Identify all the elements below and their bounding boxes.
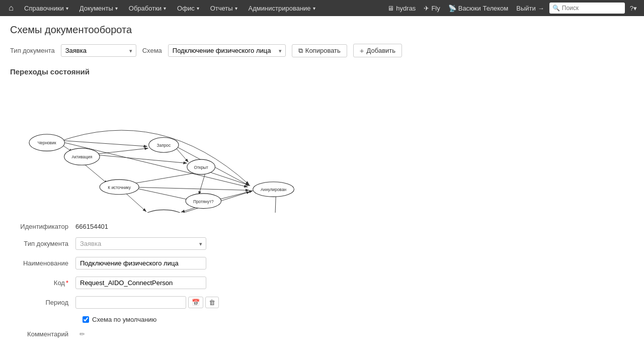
name-row: Наименование (10, 257, 634, 269)
doc-type-label: Тип документа (10, 47, 55, 54)
copy-icon: ⧉ (298, 47, 303, 55)
form-doc-type-label: Тип документа (10, 240, 75, 247)
page-title: Схемы документооборота (10, 24, 634, 36)
svg-text:Активация: Активация (71, 154, 92, 159)
chevron-down-icon: ▾ (235, 6, 237, 11)
schema-select[interactable]: Подключение физического лица (168, 44, 286, 57)
form-doc-type-select-wrapper[interactable]: Заявка ▾ (75, 237, 206, 250)
svg-line-1 (58, 140, 147, 146)
code-label: Код (10, 279, 75, 287)
nav-item-documents[interactable]: Документы ▾ (74, 0, 123, 16)
nav-item-office[interactable]: Офис ▾ (172, 0, 204, 16)
home-button[interactable]: ⌂ (4, 1, 18, 15)
page-content: Схемы документооборота Тип документа Зая… (0, 16, 644, 353)
states-title: Переходы состояний (10, 67, 634, 76)
svg-line-10 (199, 171, 206, 195)
workflow-graph: Черновик Активация Запрос Открыт К источ… (10, 82, 322, 213)
doc-type-row: Тип документа Заявка ▾ (10, 237, 634, 250)
svg-line-4 (82, 162, 108, 184)
copy-button[interactable]: ⧉ Копировать (292, 44, 347, 57)
pencil-icon[interactable]: ✏ (79, 330, 85, 338)
id-value: 666154401 (75, 223, 108, 230)
svg-line-3 (94, 148, 148, 154)
period-row: Период 📅 🗑 (10, 296, 634, 309)
svg-text:Протянут?: Протянут? (193, 199, 214, 204)
code-input[interactable] (75, 277, 206, 289)
chevron-down-icon: ▾ (115, 6, 118, 11)
form-doc-type-select[interactable]: Заявка (75, 237, 206, 250)
name-label: Наименование (10, 259, 75, 267)
search-input[interactable] (562, 5, 622, 12)
help-button[interactable]: ?▾ (627, 5, 640, 12)
server-item[interactable]: 🖥 hydras (384, 5, 419, 12)
id-row: Идентификатор 666154401 (10, 223, 634, 230)
logout-button[interactable]: Выйти → (513, 5, 547, 12)
chevron-down-icon: ▾ (164, 6, 166, 11)
calendar-button[interactable]: 📅 (188, 297, 203, 308)
default-schema-row: Схема по умолчанию (10, 316, 634, 323)
period-group: 📅 🗑 (75, 296, 219, 309)
svg-text:К источнику: К источнику (108, 185, 131, 190)
svg-line-8 (126, 171, 203, 185)
nav-item-references[interactable]: Справочники ▾ (19, 0, 73, 16)
svg-line-5 (91, 154, 187, 163)
svg-line-12 (126, 187, 249, 191)
svg-point-32 (143, 210, 185, 213)
states-section: Переходы состояний (10, 67, 634, 338)
chevron-down-icon: ▾ (66, 6, 68, 11)
comment-label: Комментарий (10, 330, 75, 338)
nav-item-admin[interactable]: Администрирование ▾ (244, 0, 320, 16)
search-icon: 🔍 (552, 5, 560, 12)
doc-type-select[interactable]: Заявка (61, 44, 136, 57)
schema-select-wrapper[interactable]: Подключение физического лица ▾ (168, 44, 286, 57)
id-label: Идентификатор (10, 223, 75, 230)
svg-line-13 (124, 192, 146, 212)
chevron-down-icon: ▾ (197, 6, 199, 11)
navbar: ⌂ Справочники ▾ Документы ▾ Обработки ▾ … (0, 0, 644, 16)
user-section: 🖥 hydras ✈ Fly 📡 Васюки Телеком Выйти → … (384, 3, 640, 14)
add-button[interactable]: + Добавить (353, 44, 402, 57)
server-icon: 🖥 (387, 5, 394, 12)
calendar-icon: 📅 (192, 299, 200, 306)
toolbar: Тип документа Заявка ▾ Схема Подключение… (10, 44, 634, 57)
search-box[interactable]: 🔍 (549, 3, 625, 14)
comment-row: Комментарий ✏ (10, 330, 634, 338)
fly-item[interactable]: ✈ Fly (421, 5, 443, 12)
svg-text:Открыт: Открыт (194, 165, 208, 170)
nav-item-reports[interactable]: Отчеты ▾ (205, 0, 243, 16)
svg-line-11 (130, 187, 191, 200)
period-label: Период (10, 299, 75, 306)
telecom-item[interactable]: 📡 Васюки Телеком (445, 5, 512, 12)
graph-area: Черновик Активация Запрос Открыт К источ… (10, 82, 322, 213)
name-input[interactable] (75, 257, 206, 269)
chevron-down-icon: ▾ (313, 6, 315, 11)
default-schema-checkbox[interactable] (83, 316, 89, 323)
svg-text:Черновик: Черновик (38, 140, 56, 145)
plus-icon: + (360, 46, 364, 55)
svg-line-9 (208, 171, 251, 186)
logout-icon: → (538, 5, 544, 12)
svg-line-19 (275, 197, 276, 213)
code-row: Код (10, 277, 634, 289)
period-input[interactable] (75, 296, 186, 309)
default-schema-label[interactable]: Схема по умолчанию (92, 316, 156, 323)
clear-date-button[interactable]: 🗑 (205, 297, 219, 308)
schema-label: Схема (142, 47, 162, 54)
telecom-icon: 📡 (448, 5, 456, 12)
svg-text:Запрос: Запрос (157, 143, 171, 148)
nav-item-processing[interactable]: Обработки ▾ (124, 0, 171, 16)
fly-icon: ✈ (424, 5, 429, 12)
svg-text:Аннулирован: Аннулирован (261, 187, 287, 192)
doc-type-select-wrapper[interactable]: Заявка ▾ (61, 44, 136, 57)
trash-icon: 🗑 (209, 299, 215, 306)
